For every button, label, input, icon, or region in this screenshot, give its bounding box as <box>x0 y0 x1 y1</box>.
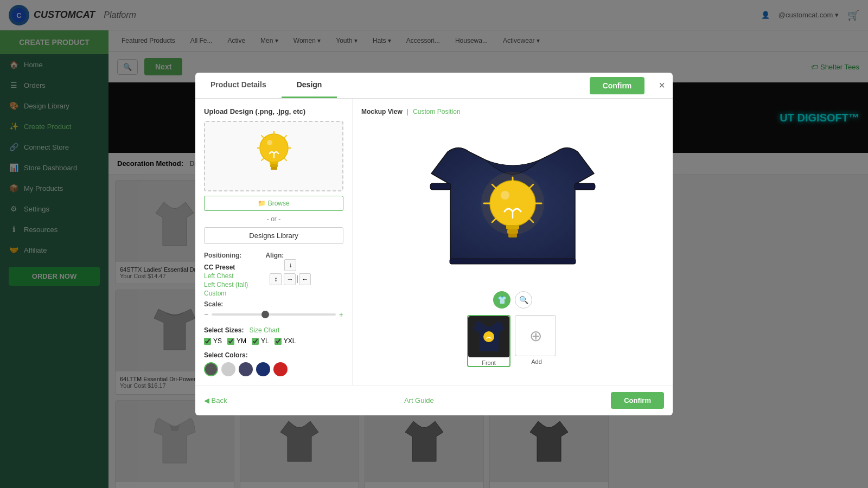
thumb-add-area[interactable]: ⊕ <box>515 315 556 356</box>
size-chart-link[interactable]: Size Chart <box>249 326 279 334</box>
modal-confirm-button[interactable]: Confirm <box>590 77 645 94</box>
modal-close-button[interactable]: × <box>651 75 673 96</box>
color-swatch-dark-gray[interactable] <box>239 362 253 376</box>
sizes-title: Select Sizes: <box>204 326 244 334</box>
svg-line-15 <box>261 157 265 160</box>
mockup-actions: 👕 🔍 <box>493 291 532 309</box>
pos-values: CC Preset Left Chest Left Chest (tall) C… <box>204 264 248 297</box>
svg-rect-17 <box>575 183 595 190</box>
modal-footer: ◀ Back Art Guide Confirm <box>195 385 673 415</box>
mockup-view-link[interactable]: Mockup View <box>361 108 403 115</box>
thumb-shirt <box>473 318 505 356</box>
svg-rect-6 <box>270 162 278 164</box>
pos-left-chest[interactable]: Left Chest <box>204 272 248 280</box>
colors-title: Select Colors: <box>204 351 343 359</box>
upload-title: Upload Design (.png, .jpg, etc) <box>204 107 343 115</box>
custom-position-link[interactable]: Custom Position <box>413 108 460 115</box>
align-right-btn[interactable]: ← <box>299 273 311 285</box>
scale-slider: − + <box>204 310 343 319</box>
size-ys-checkbox[interactable] <box>204 338 211 345</box>
slider-thumb[interactable] <box>261 311 269 318</box>
svg-rect-18 <box>450 259 576 264</box>
svg-rect-24 <box>507 229 518 234</box>
svg-point-20 <box>490 181 535 226</box>
zoom-btn[interactable]: 🔍 <box>515 291 532 309</box>
mockup-header: Mockup View | Custom Position <box>361 107 664 115</box>
or-text: - or - <box>204 215 343 223</box>
svg-line-14 <box>283 136 286 139</box>
align-left-btn[interactable]: → <box>284 273 296 285</box>
thumb-front[interactable]: Front <box>467 315 510 367</box>
thumb-front-label: Front <box>468 359 509 366</box>
positioning-section: Positioning: CC Preset Left Chest Left C… <box>204 252 248 297</box>
positioning-align-container: Positioning: CC Preset Left Chest Left C… <box>204 252 343 297</box>
modal-body: Upload Design (.png, .jpg, etc) <box>195 99 673 385</box>
color-swatch-red[interactable] <box>273 362 288 376</box>
designs-library-button[interactable]: Designs Library <box>204 227 343 244</box>
back-button[interactable]: ◀ Back <box>204 396 227 404</box>
color-swatches <box>204 362 343 376</box>
align-grid: ↓ ↕ → ← <box>270 259 311 285</box>
svg-rect-25 <box>508 234 517 237</box>
mockup-thumbnails: Front ⊕ Add <box>467 315 558 367</box>
size-ym-checkbox[interactable] <box>227 338 234 345</box>
svg-line-12 <box>261 136 265 139</box>
sizes-section: Select Sizes: Size Chart YS YM YL YXL <box>204 326 343 345</box>
upload-area[interactable] <box>204 121 343 191</box>
size-yl-checkbox[interactable] <box>252 338 259 345</box>
svg-rect-16 <box>430 183 451 190</box>
size-yxl-checkbox[interactable] <box>275 338 282 345</box>
color-swatch-navy[interactable] <box>256 362 270 376</box>
modal: Product Details Design Confirm × Upload … <box>195 73 673 415</box>
thumb-add-label: Add <box>515 358 558 365</box>
add-icon: ⊕ <box>529 327 542 345</box>
align-label: Align: <box>265 252 311 259</box>
svg-point-21 <box>501 191 509 200</box>
positioning-label: Positioning: <box>204 252 247 259</box>
shirt-icon-btn[interactable]: 👕 <box>493 291 510 309</box>
sizes-header: Select Sizes: Size Chart <box>204 326 343 334</box>
modal-right-panel: Mockup View | Custom Position <box>353 99 673 385</box>
scale-minus-btn[interactable]: − <box>204 310 208 319</box>
modal-header: Product Details Design Confirm × <box>195 73 673 99</box>
color-swatch-gray[interactable] <box>221 362 235 376</box>
pos-cc-preset[interactable]: CC Preset <box>204 264 248 271</box>
browse-button[interactable]: 📁 Browse <box>204 196 343 211</box>
scale-label: Scale: <box>204 300 343 308</box>
size-ys[interactable]: YS <box>204 337 222 345</box>
mockup-divider: | <box>407 107 409 115</box>
scale-section: Scale: − + <box>204 300 343 319</box>
align-section: Align: ↓ ↕ → ← <box>265 252 311 297</box>
pos-custom[interactable]: Custom <box>204 290 248 297</box>
sizes-checkboxes: YS YM YL YXL <box>204 337 343 345</box>
thumb-add[interactable]: ⊕ Add <box>515 315 558 367</box>
align-row-mid: ↕ → ← <box>270 273 311 285</box>
sweatshirt-mockup <box>426 125 599 282</box>
thumb-front-image <box>468 316 509 357</box>
align-down-btn[interactable]: ↓ <box>284 259 296 271</box>
modal-left-panel: Upload Design (.png, .jpg, etc) <box>195 99 353 385</box>
color-swatch-charcoal[interactable] <box>204 362 218 376</box>
modal-overlay[interactable]: Product Details Design Confirm × Upload … <box>0 0 868 488</box>
scale-plus-btn[interactable]: + <box>339 310 343 319</box>
tab-design[interactable]: Design <box>282 73 337 98</box>
svg-rect-8 <box>271 167 277 170</box>
size-yxl[interactable]: YXL <box>275 337 296 345</box>
pos-row: Positioning: <box>204 252 248 259</box>
mockup-image-area <box>420 122 605 285</box>
bulb-image <box>252 131 296 182</box>
confirm-footer-button[interactable]: Confirm <box>611 392 664 409</box>
art-guide-link[interactable]: Art Guide <box>404 396 434 404</box>
pos-left-chest-tall[interactable]: Left Chest (tall) <box>204 281 248 288</box>
align-center-v-btn[interactable]: ↕ <box>270 273 282 285</box>
svg-rect-7 <box>270 164 278 167</box>
svg-point-33 <box>483 331 494 342</box>
svg-point-4 <box>267 140 272 145</box>
size-ym[interactable]: YM <box>227 337 246 345</box>
svg-line-13 <box>283 157 286 160</box>
svg-rect-23 <box>506 225 519 229</box>
size-yl[interactable]: YL <box>252 337 269 345</box>
align-row-top: ↓ <box>284 259 296 271</box>
slider-track[interactable] <box>212 313 336 316</box>
tab-product-details[interactable]: Product Details <box>195 73 282 98</box>
